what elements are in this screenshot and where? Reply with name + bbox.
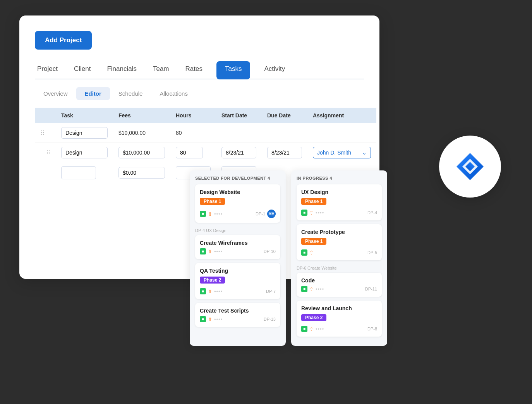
kanban-card-review-launch[interactable]: Review and Launch Phase 2 ■ ⇧ •••• DP-8 bbox=[297, 301, 382, 337]
dots-icon-ux: •••• bbox=[316, 210, 324, 216]
kanban-card-create-wireframes[interactable]: Create Wireframes ■ ⇧ •••• DP-10 bbox=[195, 235, 280, 259]
card-icons-dw: ■ ⇧ •••• bbox=[200, 211, 223, 217]
badge-phase1-ux: Phase 1 bbox=[301, 198, 326, 205]
task-startdate-child[interactable] bbox=[221, 147, 256, 158]
bookmark-icon-proto: ■ bbox=[301, 249, 307, 256]
tab-project[interactable]: Project bbox=[35, 61, 60, 79]
jira-logo-icon bbox=[455, 151, 486, 182]
task-name-parent[interactable] bbox=[61, 127, 108, 139]
subtab-schedule[interactable]: Schedule bbox=[110, 87, 151, 100]
card-id-proto: DP-5 bbox=[367, 250, 377, 255]
bookmark-icon: ■ bbox=[200, 211, 206, 217]
empty-fees-input[interactable] bbox=[118, 167, 165, 179]
card-icons-code: ■ ⇧ •••• bbox=[301, 286, 324, 292]
avatar-mh: MH bbox=[267, 210, 276, 218]
card-footer-qa: ■ ⇧ •••• DP-7 bbox=[200, 288, 276, 294]
parent-fees: $10,000.00 bbox=[118, 130, 146, 136]
group-label-ux-design: DP-4 UX Design bbox=[195, 227, 280, 234]
card-icons-proto: ■ ⇧ bbox=[301, 249, 314, 256]
assignment-value: John D. Smith bbox=[317, 150, 351, 156]
card-footer-rl: ■ ⇧ •••• DP-8 bbox=[301, 326, 377, 332]
arrow-up-icon-w: ⇧ bbox=[208, 249, 212, 254]
dots-icon-ts: •••• bbox=[214, 316, 223, 322]
sub-tabs: Overview Editor Schedule Allocations bbox=[35, 87, 364, 100]
subtab-allocations[interactable]: Allocations bbox=[151, 87, 196, 100]
jira-logo-circle bbox=[439, 136, 501, 198]
kanban-card-prototype[interactable]: Create Prototype Phase 1 ■ ⇧ DP-5 bbox=[297, 224, 382, 260]
kanban-card-design-website[interactable]: Design Website Phase 1 ■ ⇧ •••• DP-1 MH bbox=[195, 184, 280, 223]
card-footer-proto: ■ ⇧ DP-5 bbox=[301, 249, 377, 256]
tab-team[interactable]: Team bbox=[151, 61, 172, 79]
bookmark-icon-qa: ■ bbox=[200, 288, 206, 294]
drag-handle-child[interactable]: ⠿ bbox=[46, 150, 50, 156]
drag-handle-parent[interactable]: ⠿ bbox=[40, 130, 45, 136]
col-task: Task bbox=[56, 108, 113, 123]
subtab-editor[interactable]: Editor bbox=[76, 87, 110, 100]
parent-hours: 80 bbox=[176, 130, 182, 136]
add-project-button[interactable]: Add Project bbox=[35, 31, 92, 50]
empty-task-input[interactable] bbox=[61, 166, 96, 179]
card-id-ux: DP-4 bbox=[367, 210, 377, 215]
kanban-card-qa-testing[interactable]: QA Testing Phase 2 ■ ⇧ •••• DP-7 bbox=[195, 263, 280, 299]
dots-icon-w: •••• bbox=[214, 249, 223, 254]
card-id-ts: DP-13 bbox=[264, 317, 276, 321]
group-label-create-website: DP-6 Create Website bbox=[297, 264, 382, 271]
badge-phase2-rl: Phase 2 bbox=[301, 314, 326, 321]
dots-icon: •••• bbox=[214, 211, 223, 217]
col-fees: Fees bbox=[113, 108, 170, 123]
arrow-up-icon-qa: ⇧ bbox=[208, 289, 212, 294]
card-icons-qa: ■ ⇧ •••• bbox=[200, 288, 223, 294]
arrow-up-icon-ux: ⇧ bbox=[309, 210, 314, 216]
col-duedate: Due Date bbox=[262, 108, 307, 123]
col-hours: Hours bbox=[170, 108, 216, 123]
kanban-overlay: SELECTED FOR DEVELOPMENT 4 Design Websit… bbox=[190, 170, 387, 346]
badge-phase1-dw: Phase 1 bbox=[200, 198, 225, 205]
card-id-wireframes: DP-10 bbox=[264, 249, 276, 254]
arrow-up-icon: ⇧ bbox=[208, 211, 212, 217]
card-icons-rl: ■ ⇧ •••• bbox=[301, 326, 324, 332]
kanban-col-selected: SELECTED FOR DEVELOPMENT 4 Design Websit… bbox=[190, 170, 286, 346]
kanban-card-code[interactable]: Code ■ ⇧ •••• DP-11 bbox=[297, 273, 382, 297]
card-footer-wireframes: ■ ⇧ •••• DP-10 bbox=[200, 248, 276, 254]
tab-tasks[interactable]: Tasks bbox=[216, 61, 250, 79]
card-id-code: DP-11 bbox=[365, 287, 377, 291]
card-footer-dw: ■ ⇧ •••• DP-1 MH bbox=[200, 210, 276, 218]
arrow-up-icon-rl: ⇧ bbox=[309, 326, 314, 332]
card-title-prototype: Create Prototype bbox=[301, 229, 377, 235]
card-icons-ux: ■ ⇧ •••• bbox=[301, 210, 324, 216]
table-row-parent: ⠿ $10,000.00 80 bbox=[35, 123, 376, 143]
task-fees-child[interactable] bbox=[118, 147, 165, 158]
card-icons-wireframes: ■ ⇧ •••• bbox=[200, 248, 223, 254]
arrow-up-icon-ts: ⇧ bbox=[208, 316, 212, 322]
card-id-dw: DP-1 bbox=[256, 211, 265, 216]
subtab-overview[interactable]: Overview bbox=[35, 87, 76, 100]
arrow-up-icon-code: ⇧ bbox=[309, 286, 314, 292]
badge-phase1-proto: Phase 1 bbox=[301, 238, 326, 245]
tab-activity[interactable]: Activity bbox=[262, 61, 287, 79]
col-startdate: Start Date bbox=[216, 108, 262, 123]
table-row-child: ⠿ bbox=[35, 143, 376, 163]
card-footer-test-scripts: ■ ⇧ •••• DP-13 bbox=[200, 316, 276, 322]
tab-client[interactable]: Client bbox=[72, 61, 93, 79]
nav-tabs: Project Client Financials Team Rates Tas… bbox=[35, 61, 364, 79]
task-name-child[interactable] bbox=[61, 147, 108, 158]
tab-financials[interactable]: Financials bbox=[105, 61, 139, 79]
card-title-test-scripts: Create Test Scripts bbox=[200, 308, 276, 314]
card-footer-ux: ■ ⇧ •••• DP-4 bbox=[301, 210, 377, 216]
dots-icon-rl: •••• bbox=[316, 326, 324, 332]
card-title-review-launch: Review and Launch bbox=[301, 305, 377, 311]
dots-icon-code: •••• bbox=[316, 286, 324, 292]
tab-rates[interactable]: Rates bbox=[183, 61, 205, 79]
card-footer-code: ■ ⇧ •••• DP-11 bbox=[301, 286, 377, 292]
card-title-design-website: Design Website bbox=[200, 189, 276, 195]
assignment-dropdown[interactable]: John D. Smith ⌄ bbox=[313, 147, 371, 158]
kanban-card-ux-design[interactable]: UX Design Phase 1 ■ ⇧ •••• DP-4 bbox=[297, 184, 382, 220]
kanban-card-test-scripts[interactable]: Create Test Scripts ■ ⇧ •••• DP-13 bbox=[195, 303, 280, 327]
task-hours-child[interactable] bbox=[176, 147, 203, 158]
task-duedate-child[interactable] bbox=[267, 147, 302, 158]
kanban-col-inprogress-header: IN PROGRESS 4 bbox=[297, 176, 382, 181]
card-icons-ts: ■ ⇧ •••• bbox=[200, 316, 223, 322]
col-assignment: Assignment bbox=[307, 108, 376, 123]
page-wrapper: Add Project Project Client Financials Te… bbox=[0, 0, 532, 404]
dots-icon-qa: •••• bbox=[214, 289, 223, 294]
